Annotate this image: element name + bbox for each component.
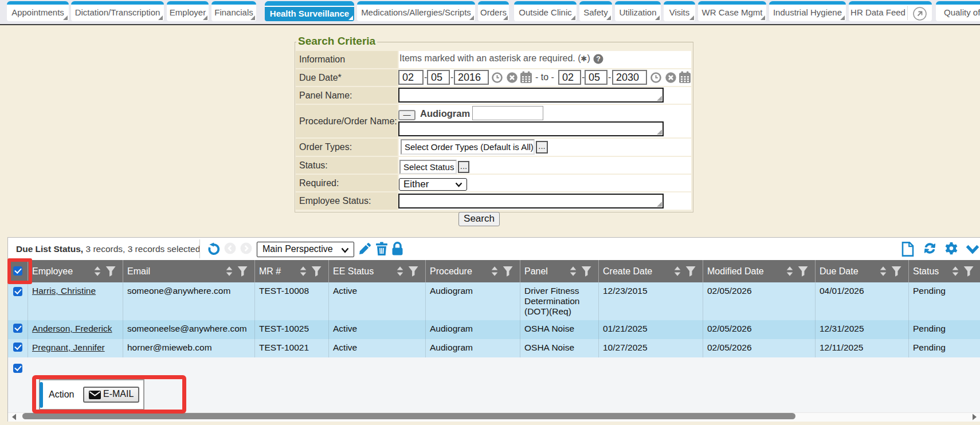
svg-text:?: ? — [596, 55, 601, 63]
